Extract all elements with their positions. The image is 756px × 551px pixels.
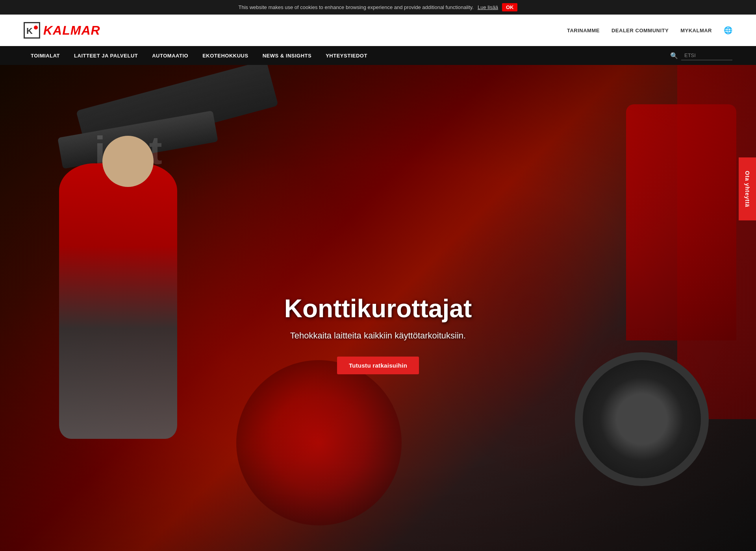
cookie-message: This website makes use of cookies to enh… — [239, 4, 474, 10]
top-right-nav: TARINAMME DEALER COMMUNITY MYKALMAR 🌐 — [567, 26, 732, 35]
worker-head — [102, 136, 154, 187]
nav-automaatio[interactable]: AUTOMAATIO — [145, 46, 195, 65]
svg-text:K: K — [26, 26, 33, 36]
floating-cta-button[interactable]: Ota yhteyttä — [739, 157, 756, 220]
cookie-ok-button[interactable]: OK — [502, 3, 518, 11]
nav-toimialat[interactable]: TOIMIALAT — [24, 46, 67, 65]
hero-cta-button[interactable]: Tutustu ratkaisuihin — [337, 357, 419, 374]
worker-body — [59, 163, 177, 439]
cookie-banner: This website makes use of cookies to enh… — [0, 0, 756, 15]
logo-svg-icon: K — [24, 23, 39, 38]
nav-yhteystiedot[interactable]: YHTEYSTIEDOT — [319, 46, 374, 65]
nav-news-insights[interactable]: NEWS & INSIGHTS — [256, 46, 319, 65]
top-nav-tarinamme[interactable]: TARINAMME — [567, 28, 600, 33]
hero-title: Konttikurottajat — [284, 295, 472, 322]
top-bar: K KALMAR TARINAMME DEALER COMMUNITY MYKA… — [0, 15, 756, 46]
globe-icon[interactable]: 🌐 — [724, 26, 732, 35]
cookie-more-link[interactable]: Lue lisää — [478, 4, 498, 10]
main-nav: TOIMIALAT LAITTEET JA PALVELUT AUTOMAATI… — [0, 46, 756, 65]
top-nav-mykalmar[interactable]: MYKALMAR — [680, 28, 712, 33]
logo-icon: K — [24, 22, 40, 39]
search-input[interactable] — [681, 51, 732, 60]
top-nav-dealer-community[interactable]: DEALER COMMUNITY — [611, 28, 669, 33]
nav-search-area: 🔍 — [670, 51, 732, 60]
machinery-wheel — [575, 352, 709, 486]
logo[interactable]: K KALMAR — [24, 22, 100, 39]
search-icon-button[interactable]: 🔍 — [670, 52, 678, 59]
svg-point-2 — [34, 26, 38, 30]
hero-content: Konttikurottajat Tehokkaita laitteita ka… — [284, 295, 472, 374]
logo-text: KALMAR — [43, 23, 100, 38]
hero-subtitle: Tehokkaita laitteita kaikkiin käyttötark… — [284, 331, 472, 341]
nav-ekotehokkuus[interactable]: EKOTEHOKKUUS — [195, 46, 256, 65]
nav-laitteet-palvelut[interactable]: LAITTEET JA PALVELUT — [67, 46, 145, 65]
hero-section: ient Konttikurottajat Tehokkaita laittei… — [0, 65, 756, 551]
